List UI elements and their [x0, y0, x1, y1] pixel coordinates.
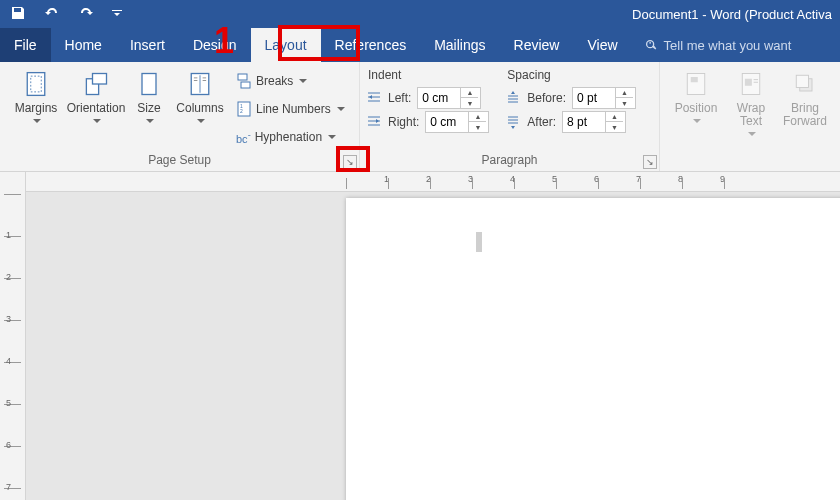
svg-rect-6	[142, 74, 156, 95]
indent-left-label: Left:	[388, 91, 411, 105]
ribbon-tabs: File Home Insert Design Layout Reference…	[0, 28, 840, 62]
workspace: 1 2 3 4 5 6 7 1 2 3 4 5 6 7 8 9	[0, 172, 840, 500]
document-area[interactable]	[26, 192, 840, 500]
text-cursor	[476, 232, 482, 252]
margins-button[interactable]: Margins	[6, 66, 66, 127]
customize-qat-icon[interactable]	[112, 7, 122, 21]
svg-rect-21	[745, 79, 752, 86]
ribbon: Margins Orientation Size Columns Breaks	[0, 62, 840, 172]
tab-layout[interactable]: Layout	[251, 28, 321, 62]
horizontal-ruler[interactable]: 1 2 3 4 5 6 7 8 9	[26, 172, 840, 192]
group-label-page-setup: Page Setup	[6, 151, 353, 171]
paragraph-dialog-launcher[interactable]: ↘	[643, 155, 657, 169]
indent-left-input[interactable]: ▲▼	[417, 87, 481, 109]
title-bar: Document1 - Word (Product Activa	[0, 0, 840, 28]
svg-rect-18	[687, 74, 705, 95]
tell-me-placeholder: Tell me what you want	[664, 38, 792, 53]
breaks-button[interactable]: Breaks	[232, 70, 349, 92]
spacing-after-icon	[505, 114, 521, 130]
group-page-setup: Margins Orientation Size Columns Breaks	[0, 62, 360, 171]
indent-right-icon	[366, 114, 382, 130]
vertical-ruler[interactable]: 1 2 3 4 5 6 7	[0, 172, 26, 500]
spacing-after-input[interactable]: ▲▼	[562, 111, 626, 133]
columns-button[interactable]: Columns	[172, 66, 228, 127]
svg-rect-13	[238, 74, 247, 80]
svg-rect-5	[93, 74, 107, 85]
tell-me-search[interactable]: Tell me what you want	[632, 28, 804, 62]
undo-icon[interactable]	[44, 5, 60, 24]
redo-icon[interactable]	[78, 5, 94, 24]
spacing-after-label: After:	[527, 115, 556, 129]
tab-references[interactable]: References	[321, 28, 421, 62]
tab-review[interactable]: Review	[500, 28, 574, 62]
spacing-heading: Spacing	[505, 68, 636, 86]
indent-right-input[interactable]: ▲▼	[425, 111, 489, 133]
group-paragraph: Indent Left: ▲▼ Right: ▲▼ Spacing Before…	[360, 62, 660, 171]
spacing-before-icon	[505, 90, 521, 106]
line-numbers-button[interactable]: 12 Line Numbers	[232, 98, 349, 120]
tab-mailings[interactable]: Mailings	[420, 28, 499, 62]
svg-rect-25	[796, 75, 808, 87]
window-title: Document1 - Word (Product Activa	[132, 7, 840, 22]
page-setup-dialog-launcher[interactable]: ↘	[343, 155, 357, 169]
indent-left-icon	[366, 90, 382, 106]
tab-view[interactable]: View	[573, 28, 631, 62]
position-button: Position	[666, 66, 726, 127]
bring-forward-button: Bring Forward	[776, 66, 834, 132]
page[interactable]	[346, 198, 840, 500]
tab-home[interactable]: Home	[51, 28, 116, 62]
wrap-text-button: Wrap Text	[726, 66, 776, 140]
tab-insert[interactable]: Insert	[116, 28, 179, 62]
hyphenation-icon: bc-	[236, 130, 251, 145]
save-icon[interactable]	[10, 5, 26, 24]
tab-file[interactable]: File	[0, 28, 51, 62]
group-arrange: Position Wrap Text Bring Forward	[660, 62, 840, 171]
quick-access-toolbar	[0, 5, 132, 24]
svg-rect-14	[241, 82, 250, 88]
svg-rect-19	[691, 77, 698, 82]
size-button[interactable]: Size	[126, 66, 172, 127]
hyphenation-button[interactable]: bc- Hyphenation	[232, 126, 349, 148]
svg-text:2: 2	[240, 108, 243, 114]
group-label-paragraph: Paragraph	[366, 151, 653, 171]
indent-heading: Indent	[366, 68, 489, 86]
indent-right-label: Right:	[388, 115, 419, 129]
spacing-before-label: Before:	[527, 91, 566, 105]
orientation-button[interactable]: Orientation	[66, 66, 126, 127]
spacing-before-input[interactable]: ▲▼	[572, 87, 636, 109]
svg-point-1	[649, 42, 651, 44]
tab-design[interactable]: Design	[179, 28, 251, 62]
